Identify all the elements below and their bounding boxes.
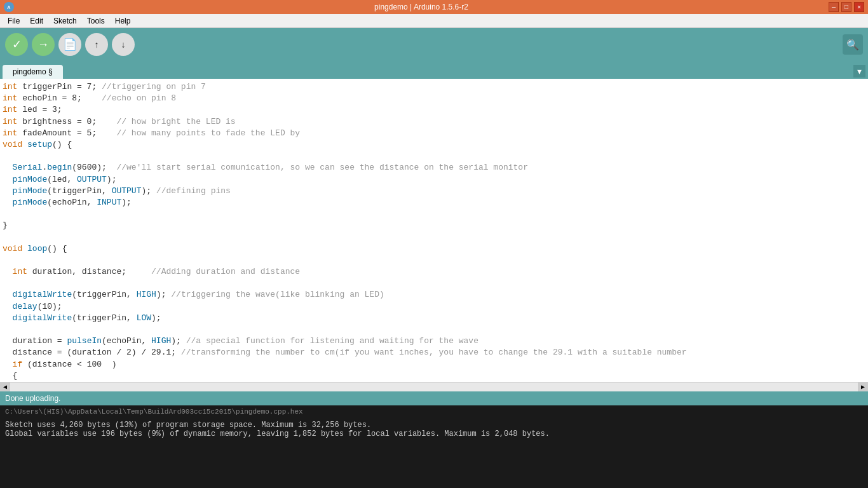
window-controls: — □ ✕ — [829, 2, 864, 12]
menu-tools[interactable]: Tools — [82, 15, 110, 27]
maximize-button[interactable]: □ — [841, 2, 851, 12]
tab-dropdown-button[interactable]: ▾ — [853, 65, 865, 78]
search-button[interactable]: 🔍 — [843, 34, 863, 55]
menu-edit[interactable]: Edit — [25, 15, 48, 27]
h-scrollbar[interactable]: ◀ ▶ — [0, 383, 868, 391]
console-line-1: C:\Users\(HIS)\AppData\Local\Temp\BuildA… — [5, 408, 863, 416]
save-button[interactable]: ↓ — [112, 33, 135, 56]
upload-button[interactable]: → — [32, 33, 55, 56]
minimize-button[interactable]: — — [829, 2, 839, 12]
title-bar: A pingdemo | Arduino 1.5.6-r2 — □ ✕ — [0, 0, 868, 14]
done-text: Done uploading. — [5, 394, 60, 403]
code-editor[interactable]: int triggerPin = 7; //triggering on pin … — [0, 79, 868, 383]
code-content: int triggerPin = 7; //triggering on pin … — [0, 79, 868, 383]
menu-bar: File Edit Sketch Tools Help — [0, 14, 868, 28]
app-logo: A — [4, 2, 14, 12]
scroll-right-button[interactable]: ▶ — [858, 383, 868, 391]
new-button[interactable]: 📄 — [58, 33, 81, 56]
console-line-2: Sketch uses 4,260 bytes (13%) of program… — [5, 421, 863, 430]
console-output: C:\Users\(HIS)\AppData\Local\Temp\BuildA… — [0, 405, 868, 488]
menu-sketch[interactable]: Sketch — [48, 15, 82, 27]
h-scroll-track — [10, 383, 858, 391]
console-line-3: Global variables use 196 bytes (9%) of d… — [5, 430, 863, 438]
done-uploading-bar: Done uploading. — [0, 391, 868, 405]
scroll-left-button[interactable]: ◀ — [0, 383, 10, 391]
toolbar: ✓ → 📄 ↑ ↓ 🔍 — [0, 28, 868, 61]
menu-help[interactable]: Help — [110, 15, 136, 27]
active-tab[interactable]: pingdemo § — [3, 65, 63, 79]
close-button[interactable]: ✕ — [854, 2, 864, 12]
open-button[interactable]: ↑ — [85, 33, 108, 56]
tab-bar: pingdemo § ▾ — [0, 61, 868, 79]
tab-label: pingdemo § — [13, 67, 53, 76]
window-title: pingdemo | Arduino 1.5.6-r2 — [14, 3, 829, 11]
menu-file[interactable]: File — [3, 15, 25, 27]
verify-button[interactable]: ✓ — [5, 33, 28, 56]
